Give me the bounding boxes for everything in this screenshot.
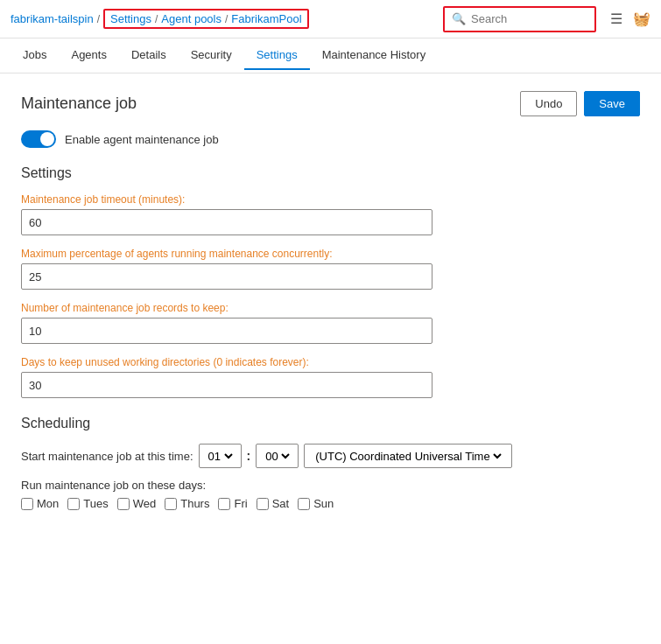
label-records: Number of maintenance job records to kee… xyxy=(21,302,640,314)
input-records[interactable] xyxy=(21,318,432,344)
form-group-timeout: Maintenance job timeout (minutes): xyxy=(21,193,640,235)
checkbox-sat[interactable] xyxy=(257,498,269,510)
search-box[interactable]: 🔍 xyxy=(443,6,596,32)
breadcrumb-sep1: / xyxy=(97,13,100,25)
checkbox-wed[interactable] xyxy=(117,498,130,510)
breadcrumb-highlighted: Settings / Agent pools / FabrikamPool xyxy=(103,9,309,29)
nav-tabs: Jobs Agents Details Security Settings Ma… xyxy=(0,38,661,74)
breadcrumb-sep2: / xyxy=(155,13,158,25)
day-item-mon: Mon xyxy=(21,497,59,510)
checkbox-mon[interactable] xyxy=(21,498,33,510)
top-icons: ☰ 🧺 xyxy=(610,10,650,27)
schedule-time-label: Start maintenance job at this time: xyxy=(21,450,193,463)
minute-select-box[interactable]: 00 15 30 45 xyxy=(256,444,299,468)
settings-section-title: Settings xyxy=(21,165,640,181)
form-group-maxpct: Maximum percentage of agents running mai… xyxy=(21,248,640,290)
days-row: Mon Tues Wed Thurs Fri Sat xyxy=(21,497,640,510)
input-timeout[interactable] xyxy=(21,209,432,235)
day-item-sat: Sat xyxy=(257,497,290,510)
form-group-records: Number of maintenance job records to kee… xyxy=(21,302,640,344)
day-item-sun: Sun xyxy=(298,497,334,510)
day-label-sat: Sat xyxy=(272,497,290,510)
toggle-row: Enable agent maintenance job xyxy=(21,130,640,148)
label-maxpct: Maximum percentage of agents running mai… xyxy=(21,248,640,260)
day-item-fri: Fri xyxy=(218,497,247,510)
breadcrumb-org: fabrikam-tailspin xyxy=(11,12,94,25)
schedule-time-row: Start maintenance job at this time: 01 0… xyxy=(21,444,640,468)
day-label-tues: Tues xyxy=(83,497,108,510)
input-maxpct[interactable] xyxy=(21,263,432,290)
day-label-mon: Mon xyxy=(37,497,59,510)
breadcrumb-pool[interactable]: FabrikamPool xyxy=(231,12,301,25)
checkbox-fri[interactable] xyxy=(218,498,230,510)
timezone-select-box[interactable]: (UTC) Coordinated Universal Time (UTC-05… xyxy=(304,444,512,468)
day-label-sun: Sun xyxy=(313,497,334,510)
breadcrumb-sep3: / xyxy=(225,13,228,25)
search-icon: 🔍 xyxy=(452,12,466,25)
hour-select[interactable]: 01 00 02 03 04 05 06 07 08 09 10 11 12 1… xyxy=(205,449,236,464)
tab-details[interactable]: Details xyxy=(119,41,179,70)
save-button[interactable]: Save xyxy=(584,91,640,116)
scheduling-title: Scheduling xyxy=(21,416,640,431)
checkbox-tues[interactable] xyxy=(67,498,80,510)
checkbox-thurs[interactable] xyxy=(165,498,177,510)
section-title: Maintenance job xyxy=(21,94,137,113)
checkbox-sun[interactable] xyxy=(298,498,310,510)
tab-jobs[interactable]: Jobs xyxy=(11,41,59,70)
toggle-label: Enable agent maintenance job xyxy=(65,133,219,146)
timezone-select[interactable]: (UTC) Coordinated Universal Time (UTC-05… xyxy=(312,449,504,464)
breadcrumb-settings[interactable]: Settings xyxy=(110,12,151,25)
top-bar: fabrikam-tailspin / Settings / Agent poo… xyxy=(0,0,661,38)
day-label-wed: Wed xyxy=(133,497,157,510)
search-input[interactable] xyxy=(471,12,585,25)
label-timeout: Maintenance job timeout (minutes): xyxy=(21,193,640,206)
day-item-thurs: Thurs xyxy=(165,497,209,510)
minute-select[interactable]: 00 15 30 45 xyxy=(262,449,292,464)
tab-agents[interactable]: Agents xyxy=(59,41,118,70)
day-item-tues: Tues xyxy=(67,497,108,510)
hour-select-box[interactable]: 01 00 02 03 04 05 06 07 08 09 10 11 12 1… xyxy=(199,444,242,468)
tab-maintenance-history[interactable]: Maintenance History xyxy=(310,41,439,70)
action-buttons: Undo Save xyxy=(520,91,640,116)
list-icon[interactable]: ☰ xyxy=(610,10,622,27)
breadcrumb-agentpools[interactable]: Agent pools xyxy=(161,12,222,25)
bag-icon[interactable]: 🧺 xyxy=(633,10,650,27)
breadcrumb: fabrikam-tailspin / Settings / Agent poo… xyxy=(11,9,309,29)
days-section-label: Run maintenance job on these days: xyxy=(21,479,640,492)
day-label-fri: Fri xyxy=(234,497,247,510)
main-content: Maintenance job Undo Save Enable agent m… xyxy=(0,74,661,528)
section-header: Maintenance job Undo Save xyxy=(21,91,640,116)
label-days: Days to keep unused working directories … xyxy=(21,356,640,368)
time-colon: : xyxy=(247,449,251,463)
day-label-thurs: Thurs xyxy=(180,497,209,510)
enable-toggle[interactable] xyxy=(21,130,56,148)
day-item-wed: Wed xyxy=(117,497,157,510)
input-days[interactable] xyxy=(21,372,432,398)
undo-button[interactable]: Undo xyxy=(520,91,577,116)
form-group-days: Days to keep unused working directories … xyxy=(21,356,640,398)
tab-settings[interactable]: Settings xyxy=(244,41,310,70)
tab-security[interactable]: Security xyxy=(179,41,244,70)
days-section: Run maintenance job on these days: Mon T… xyxy=(21,479,640,510)
